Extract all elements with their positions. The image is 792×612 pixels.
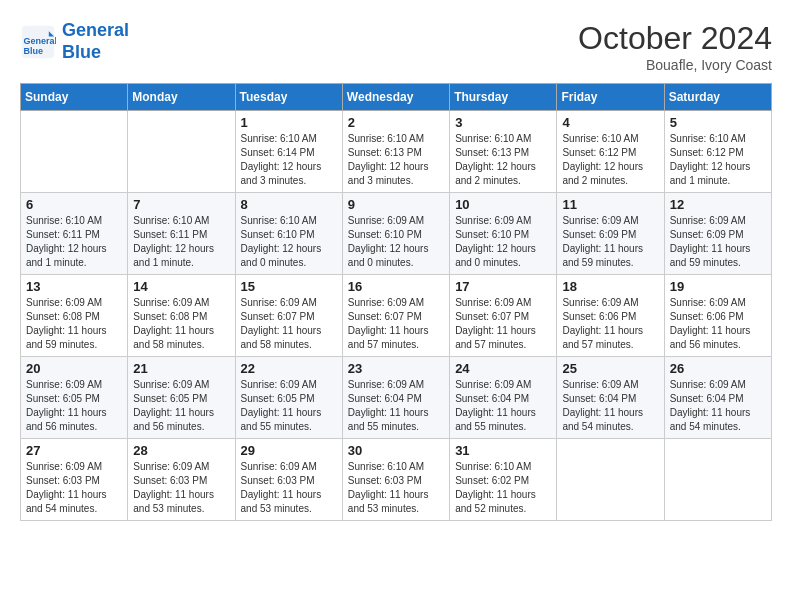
calendar-week-row: 13Sunrise: 6:09 AM Sunset: 6:08 PM Dayli… [21,275,772,357]
day-number: 30 [348,443,444,458]
day-info: Sunrise: 6:09 AM Sunset: 6:03 PM Dayligh… [133,460,229,516]
day-number: 19 [670,279,766,294]
calendar-cell: 17Sunrise: 6:09 AM Sunset: 6:07 PM Dayli… [450,275,557,357]
calendar-cell [664,439,771,521]
day-info: Sunrise: 6:09 AM Sunset: 6:06 PM Dayligh… [562,296,658,352]
day-info: Sunrise: 6:09 AM Sunset: 6:04 PM Dayligh… [670,378,766,434]
calendar-cell: 24Sunrise: 6:09 AM Sunset: 6:04 PM Dayli… [450,357,557,439]
month-year: October 2024 [578,20,772,57]
calendar-cell: 2Sunrise: 6:10 AM Sunset: 6:13 PM Daylig… [342,111,449,193]
day-info: Sunrise: 6:09 AM Sunset: 6:05 PM Dayligh… [133,378,229,434]
calendar-header-row: SundayMondayTuesdayWednesdayThursdayFrid… [21,84,772,111]
day-info: Sunrise: 6:09 AM Sunset: 6:09 PM Dayligh… [670,214,766,270]
day-number: 7 [133,197,229,212]
title-block: October 2024 Bouafle, Ivory Coast [578,20,772,73]
day-info: Sunrise: 6:10 AM Sunset: 6:11 PM Dayligh… [133,214,229,270]
day-info: Sunrise: 6:09 AM Sunset: 6:07 PM Dayligh… [241,296,337,352]
calendar-body: 1Sunrise: 6:10 AM Sunset: 6:14 PM Daylig… [21,111,772,521]
calendar-cell: 31Sunrise: 6:10 AM Sunset: 6:02 PM Dayli… [450,439,557,521]
logo: General Blue General Blue [20,20,129,63]
day-info: Sunrise: 6:09 AM Sunset: 6:10 PM Dayligh… [455,214,551,270]
calendar-header-cell: Thursday [450,84,557,111]
calendar-cell: 26Sunrise: 6:09 AM Sunset: 6:04 PM Dayli… [664,357,771,439]
calendar-header-cell: Wednesday [342,84,449,111]
calendar-cell [557,439,664,521]
calendar-week-row: 1Sunrise: 6:10 AM Sunset: 6:14 PM Daylig… [21,111,772,193]
day-number: 26 [670,361,766,376]
day-number: 6 [26,197,122,212]
calendar-cell: 16Sunrise: 6:09 AM Sunset: 6:07 PM Dayli… [342,275,449,357]
day-number: 2 [348,115,444,130]
calendar-cell [128,111,235,193]
day-number: 8 [241,197,337,212]
day-info: Sunrise: 6:10 AM Sunset: 6:11 PM Dayligh… [26,214,122,270]
day-number: 24 [455,361,551,376]
day-info: Sunrise: 6:10 AM Sunset: 6:13 PM Dayligh… [348,132,444,188]
logo-text: General Blue [62,20,129,63]
calendar-table: SundayMondayTuesdayWednesdayThursdayFrid… [20,83,772,521]
day-number: 4 [562,115,658,130]
day-number: 3 [455,115,551,130]
calendar-header-cell: Monday [128,84,235,111]
day-info: Sunrise: 6:10 AM Sunset: 6:12 PM Dayligh… [670,132,766,188]
day-number: 15 [241,279,337,294]
location: Bouafle, Ivory Coast [578,57,772,73]
day-number: 16 [348,279,444,294]
day-number: 23 [348,361,444,376]
calendar-cell: 28Sunrise: 6:09 AM Sunset: 6:03 PM Dayli… [128,439,235,521]
day-number: 31 [455,443,551,458]
calendar-cell: 8Sunrise: 6:10 AM Sunset: 6:10 PM Daylig… [235,193,342,275]
day-number: 25 [562,361,658,376]
day-info: Sunrise: 6:09 AM Sunset: 6:10 PM Dayligh… [348,214,444,270]
day-info: Sunrise: 6:10 AM Sunset: 6:13 PM Dayligh… [455,132,551,188]
day-number: 13 [26,279,122,294]
day-info: Sunrise: 6:09 AM Sunset: 6:05 PM Dayligh… [241,378,337,434]
calendar-cell: 27Sunrise: 6:09 AM Sunset: 6:03 PM Dayli… [21,439,128,521]
calendar-cell: 18Sunrise: 6:09 AM Sunset: 6:06 PM Dayli… [557,275,664,357]
day-number: 5 [670,115,766,130]
calendar-week-row: 27Sunrise: 6:09 AM Sunset: 6:03 PM Dayli… [21,439,772,521]
day-number: 18 [562,279,658,294]
calendar-cell: 6Sunrise: 6:10 AM Sunset: 6:11 PM Daylig… [21,193,128,275]
calendar-cell: 9Sunrise: 6:09 AM Sunset: 6:10 PM Daylig… [342,193,449,275]
calendar-cell: 4Sunrise: 6:10 AM Sunset: 6:12 PM Daylig… [557,111,664,193]
calendar-cell: 19Sunrise: 6:09 AM Sunset: 6:06 PM Dayli… [664,275,771,357]
day-number: 10 [455,197,551,212]
day-number: 1 [241,115,337,130]
day-info: Sunrise: 6:10 AM Sunset: 6:12 PM Dayligh… [562,132,658,188]
calendar-cell: 15Sunrise: 6:09 AM Sunset: 6:07 PM Dayli… [235,275,342,357]
day-number: 9 [348,197,444,212]
day-number: 22 [241,361,337,376]
day-number: 28 [133,443,229,458]
calendar-cell [21,111,128,193]
day-info: Sunrise: 6:10 AM Sunset: 6:03 PM Dayligh… [348,460,444,516]
calendar-cell: 13Sunrise: 6:09 AM Sunset: 6:08 PM Dayli… [21,275,128,357]
day-info: Sunrise: 6:09 AM Sunset: 6:04 PM Dayligh… [455,378,551,434]
svg-text:General: General [24,35,56,45]
calendar-header-cell: Saturday [664,84,771,111]
calendar-cell: 12Sunrise: 6:09 AM Sunset: 6:09 PM Dayli… [664,193,771,275]
day-number: 27 [26,443,122,458]
day-info: Sunrise: 6:09 AM Sunset: 6:08 PM Dayligh… [26,296,122,352]
day-info: Sunrise: 6:09 AM Sunset: 6:08 PM Dayligh… [133,296,229,352]
calendar-cell: 25Sunrise: 6:09 AM Sunset: 6:04 PM Dayli… [557,357,664,439]
calendar-week-row: 20Sunrise: 6:09 AM Sunset: 6:05 PM Dayli… [21,357,772,439]
calendar-cell: 22Sunrise: 6:09 AM Sunset: 6:05 PM Dayli… [235,357,342,439]
day-info: Sunrise: 6:09 AM Sunset: 6:05 PM Dayligh… [26,378,122,434]
calendar-header-cell: Sunday [21,84,128,111]
day-info: Sunrise: 6:09 AM Sunset: 6:03 PM Dayligh… [241,460,337,516]
day-info: Sunrise: 6:09 AM Sunset: 6:09 PM Dayligh… [562,214,658,270]
calendar-cell: 7Sunrise: 6:10 AM Sunset: 6:11 PM Daylig… [128,193,235,275]
calendar-header-cell: Tuesday [235,84,342,111]
calendar-cell: 3Sunrise: 6:10 AM Sunset: 6:13 PM Daylig… [450,111,557,193]
day-info: Sunrise: 6:10 AM Sunset: 6:02 PM Dayligh… [455,460,551,516]
day-info: Sunrise: 6:09 AM Sunset: 6:04 PM Dayligh… [348,378,444,434]
calendar-cell: 20Sunrise: 6:09 AM Sunset: 6:05 PM Dayli… [21,357,128,439]
day-info: Sunrise: 6:09 AM Sunset: 6:03 PM Dayligh… [26,460,122,516]
calendar-cell: 10Sunrise: 6:09 AM Sunset: 6:10 PM Dayli… [450,193,557,275]
day-number: 20 [26,361,122,376]
logo-icon: General Blue [20,24,56,60]
calendar-week-row: 6Sunrise: 6:10 AM Sunset: 6:11 PM Daylig… [21,193,772,275]
calendar-cell: 30Sunrise: 6:10 AM Sunset: 6:03 PM Dayli… [342,439,449,521]
day-info: Sunrise: 6:10 AM Sunset: 6:14 PM Dayligh… [241,132,337,188]
